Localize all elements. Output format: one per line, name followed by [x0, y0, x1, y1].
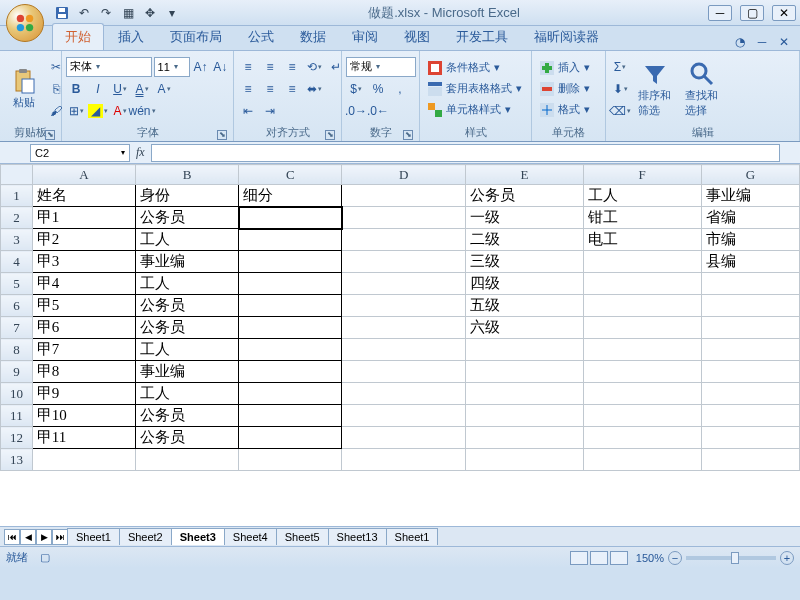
col-header-A[interactable]: A: [32, 165, 135, 185]
cell-B1[interactable]: 身份: [135, 185, 238, 207]
row-header-5[interactable]: 5: [1, 273, 33, 295]
cell-G2[interactable]: 省编: [701, 207, 799, 229]
alignment-dialog-launcher[interactable]: ⬊: [325, 130, 335, 140]
decrease-decimal-button[interactable]: .0←: [368, 101, 388, 121]
tab-formulas[interactable]: 公式: [236, 24, 286, 50]
cell-G10[interactable]: [701, 383, 799, 405]
cell-B5[interactable]: 工人: [135, 273, 238, 295]
cells-format-button[interactable]: 格式 ▾: [536, 101, 594, 118]
minimize-button[interactable]: ─: [708, 5, 732, 21]
sheet-tab-Sheet2[interactable]: Sheet2: [119, 528, 172, 545]
cell-C11[interactable]: [239, 405, 342, 427]
font-effect-button[interactable]: A: [154, 79, 174, 99]
font-name-combo[interactable]: 宋体▾: [66, 57, 152, 77]
row-header-12[interactable]: 12: [1, 427, 33, 449]
cell-D6[interactable]: [342, 295, 466, 317]
col-header-D[interactable]: D: [342, 165, 466, 185]
cell-E10[interactable]: [465, 383, 583, 405]
cell-A12[interactable]: 甲11: [32, 427, 135, 449]
cell-C5[interactable]: [239, 273, 342, 295]
orientation-button[interactable]: ⟲: [304, 57, 324, 77]
sheet-nav-last[interactable]: ⏭: [52, 529, 68, 545]
col-header-E[interactable]: E: [465, 165, 583, 185]
format-as-table-button[interactable]: 套用表格格式 ▾: [424, 80, 526, 97]
worksheet-grid[interactable]: ABCDEFG1姓名身份细分公务员工人事业编2甲1公务员一级钳工省编3甲2工人二…: [0, 164, 800, 526]
cell-B8[interactable]: 工人: [135, 339, 238, 361]
cell-G12[interactable]: [701, 427, 799, 449]
macro-record-icon[interactable]: ▢: [40, 551, 50, 564]
office-button[interactable]: [6, 4, 44, 42]
number-dialog-launcher[interactable]: ⬊: [403, 130, 413, 140]
bold-button[interactable]: B: [66, 79, 86, 99]
row-header-11[interactable]: 11: [1, 405, 33, 427]
cell-A10[interactable]: 甲9: [32, 383, 135, 405]
fx-button[interactable]: fx: [136, 145, 145, 160]
cell-B12[interactable]: 公务员: [135, 427, 238, 449]
row-header-2[interactable]: 2: [1, 207, 33, 229]
cells-delete-button[interactable]: 删除 ▾: [536, 80, 594, 97]
cell-C7[interactable]: [239, 317, 342, 339]
cell-F5[interactable]: [583, 273, 701, 295]
cell-E4[interactable]: 三级: [465, 251, 583, 273]
sheet-nav-prev[interactable]: ◀: [20, 529, 36, 545]
cell-C6[interactable]: [239, 295, 342, 317]
align-left-button[interactable]: ≡: [238, 79, 258, 99]
cell-F7[interactable]: [583, 317, 701, 339]
close-button[interactable]: ✕: [772, 5, 796, 21]
underline-button[interactable]: U: [110, 79, 130, 99]
sheet-tab-Sheet4[interactable]: Sheet4: [224, 528, 277, 545]
find-select-button[interactable]: 查找和 选择: [679, 58, 724, 120]
sheet-tab-Sheet5[interactable]: Sheet5: [276, 528, 329, 545]
cell-E5[interactable]: 四级: [465, 273, 583, 295]
cell-G5[interactable]: [701, 273, 799, 295]
tab-foxit[interactable]: 福昕阅读器: [522, 24, 611, 50]
increase-decimal-button[interactable]: .0→: [346, 101, 366, 121]
cell-F8[interactable]: [583, 339, 701, 361]
cell-E1[interactable]: 公务员: [465, 185, 583, 207]
cell-B10[interactable]: 工人: [135, 383, 238, 405]
cell-B3[interactable]: 工人: [135, 229, 238, 251]
comma-button[interactable]: ,: [390, 79, 410, 99]
cell-C10[interactable]: [239, 383, 342, 405]
cells-insert-button[interactable]: 插入 ▾: [536, 59, 594, 76]
tab-review[interactable]: 审阅: [340, 24, 390, 50]
cell-C2[interactable]: [239, 207, 342, 229]
col-header-G[interactable]: G: [701, 165, 799, 185]
font-color-button[interactable]: A: [110, 101, 130, 121]
cell-F2[interactable]: 钳工: [583, 207, 701, 229]
zoom-level[interactable]: 150%: [636, 552, 664, 564]
cell-E7[interactable]: 六级: [465, 317, 583, 339]
cell-styles-button[interactable]: 单元格样式 ▾: [424, 101, 526, 118]
cell-D9[interactable]: [342, 361, 466, 383]
cell-D3[interactable]: [342, 229, 466, 251]
sheet-tab-Sheet1[interactable]: Sheet1: [386, 528, 439, 545]
save-button[interactable]: [54, 5, 70, 21]
cell-E13[interactable]: [465, 449, 583, 471]
qat-icon-1[interactable]: ▦: [120, 5, 136, 21]
cell-A3[interactable]: 甲2: [32, 229, 135, 251]
row-header-10[interactable]: 10: [1, 383, 33, 405]
cell-B6[interactable]: 公务员: [135, 295, 238, 317]
cell-G11[interactable]: [701, 405, 799, 427]
sheet-nav-next[interactable]: ▶: [36, 529, 52, 545]
cell-D12[interactable]: [342, 427, 466, 449]
cell-D11[interactable]: [342, 405, 466, 427]
cell-F3[interactable]: 电工: [583, 229, 701, 251]
clipboard-dialog-launcher[interactable]: ⬊: [45, 130, 55, 140]
percent-button[interactable]: %: [368, 79, 388, 99]
cell-G13[interactable]: [701, 449, 799, 471]
cell-F4[interactable]: [583, 251, 701, 273]
formula-bar[interactable]: [151, 144, 780, 162]
cell-C4[interactable]: [239, 251, 342, 273]
cell-F9[interactable]: [583, 361, 701, 383]
qat-icon-2[interactable]: ✥: [142, 5, 158, 21]
row-header-9[interactable]: 9: [1, 361, 33, 383]
maximize-button[interactable]: ▢: [740, 5, 764, 21]
sheet-nav-first[interactable]: ⏮: [4, 529, 20, 545]
autosum-button[interactable]: Σ: [610, 57, 630, 77]
cell-C12[interactable]: [239, 427, 342, 449]
align-center-button[interactable]: ≡: [260, 79, 280, 99]
view-normal-button[interactable]: [570, 551, 588, 565]
zoom-out-button[interactable]: −: [668, 551, 682, 565]
fill-color-button[interactable]: ◢: [88, 101, 108, 121]
